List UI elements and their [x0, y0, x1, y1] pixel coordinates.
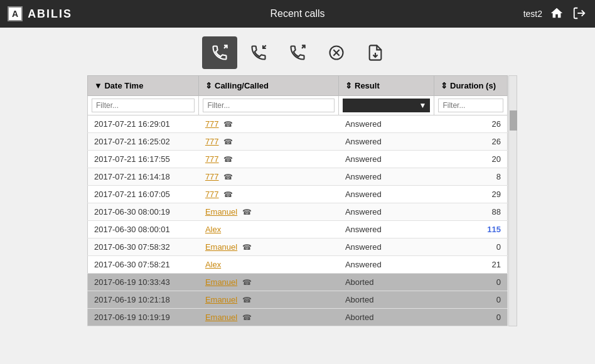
cell-calling: 777 ☎ — [199, 151, 339, 168]
home-button[interactable] — [549, 5, 565, 23]
table-row[interactable]: 2017-07-21 16:29:01777 ☎Answered26 — [88, 115, 508, 133]
calling-link[interactable]: Emanuel — [205, 242, 237, 252]
table-row[interactable]: 2017-06-30 07:58:32Emanuel ☎Answered0 — [88, 238, 508, 256]
table-row[interactable]: 2017-06-19 10:33:43Emanuel ☎Aborted0 — [88, 274, 508, 291]
calling-link[interactable]: 777 — [205, 154, 219, 164]
cell-calling: Alex — [199, 256, 339, 274]
cell-result: Answered — [339, 115, 434, 133]
cell-result: Answered — [339, 256, 434, 274]
phone-icon: ☎ — [222, 173, 233, 181]
phone-icon: ☎ — [240, 296, 251, 304]
cell-duration: 21 — [434, 256, 508, 274]
cell-result: Answered — [339, 168, 434, 186]
cell-duration: 0 — [434, 274, 508, 291]
sort-icon-result: ⇕ — [345, 81, 355, 90]
missed-calls-button[interactable] — [319, 36, 354, 69]
scrollbar[interactable] — [508, 75, 517, 326]
table-row[interactable]: 2017-07-21 16:14:18777 ☎Answered8 — [88, 168, 508, 186]
col-header-duration[interactable]: ⇕ Duration (s) — [434, 76, 508, 96]
cell-result: Aborted — [339, 291, 434, 309]
filter-datetime-input[interactable] — [92, 99, 195, 112]
cell-datetime: 2017-06-30 08:00:01 — [88, 221, 199, 238]
app-header: A ABILIS Recent calls test2 — [0, 0, 595, 28]
cell-datetime: 2017-06-30 08:00:19 — [88, 203, 199, 221]
cell-datetime: 2017-06-30 07:58:32 — [88, 238, 199, 256]
cell-datetime: 2017-06-19 10:19:19 — [88, 309, 199, 326]
calling-link[interactable]: Emanuel — [205, 207, 237, 217]
cell-duration: 26 — [434, 115, 508, 133]
cell-datetime: 2017-07-21 16:14:18 — [88, 168, 199, 186]
calls-table: ▼ Date Time ⇕ Calling/Called ⇕ Result ⇕ … — [87, 75, 508, 326]
cell-duration: 8 — [434, 168, 508, 186]
cell-duration: 0 — [434, 309, 508, 326]
phone-icon: ☎ — [222, 120, 233, 129]
cell-calling: Emanuel ☎ — [199, 203, 339, 221]
calling-link[interactable]: Alex — [205, 225, 221, 234]
phone-icon: ☎ — [240, 278, 251, 287]
incoming-calls-button[interactable] — [241, 36, 276, 69]
cell-datetime: 2017-07-21 16:17:55 — [88, 151, 199, 168]
sort-icon-datetime: ▼ — [94, 81, 104, 90]
table-row[interactable]: 2017-07-21 16:17:55777 ☎Answered20 — [88, 151, 508, 168]
cell-datetime: 2017-06-19 10:21:18 — [88, 291, 199, 309]
logout-button[interactable] — [571, 5, 587, 23]
phone-icon: ☎ — [222, 155, 233, 164]
username: test2 — [523, 9, 542, 19]
table-row[interactable]: 2017-06-30 08:00:01AlexAnswered115 — [88, 221, 508, 238]
cell-result: Answered — [339, 133, 434, 151]
cell-duration: 29 — [434, 186, 508, 203]
cell-datetime: 2017-06-19 10:33:43 — [88, 274, 199, 291]
col-header-datetime[interactable]: ▼ Date Time — [88, 76, 199, 96]
result-filter-dropdown[interactable]: ▼ — [343, 99, 430, 112]
table-row[interactable]: 2017-06-30 08:00:19Emanuel ☎Answered88 — [88, 203, 508, 221]
table-row[interactable]: 2017-07-21 16:07:05777 ☎Answered29 — [88, 186, 508, 203]
export-button[interactable] — [358, 36, 393, 69]
phone-icon: ☎ — [240, 208, 251, 217]
calling-link[interactable]: 777 — [205, 137, 219, 146]
cell-duration: 115 — [434, 221, 508, 238]
scroll-thumb[interactable] — [510, 110, 517, 131]
cell-calling: 777 ☎ — [199, 186, 339, 203]
dropdown-arrow-icon: ▼ — [419, 101, 427, 110]
table-row[interactable]: 2017-07-21 16:25:02777 ☎Answered26 — [88, 133, 508, 151]
col-header-calling[interactable]: ⇕ Calling/Called — [199, 76, 339, 96]
cell-result: Answered — [339, 203, 434, 221]
logo-area: A ABILIS — [8, 6, 72, 21]
brand-name: ABILIS — [28, 8, 72, 21]
phone-icon: ☎ — [222, 137, 233, 146]
calling-link[interactable]: Emanuel — [205, 313, 237, 322]
cell-result: Answered — [339, 221, 434, 238]
cell-duration: 26 — [434, 133, 508, 151]
phone-icon: ☎ — [222, 190, 233, 199]
calling-link[interactable]: Emanuel — [205, 277, 237, 287]
calling-link[interactable]: 777 — [205, 190, 219, 199]
col-header-result[interactable]: ⇕ Result — [339, 76, 434, 96]
filter-result-cell[interactable]: ▼ — [339, 96, 434, 115]
calling-link[interactable]: Emanuel — [205, 295, 237, 304]
calling-link[interactable]: 777 — [205, 119, 219, 129]
table-wrapper: ▼ Date Time ⇕ Calling/Called ⇕ Result ⇕ … — [87, 75, 508, 326]
table-row[interactable]: 2017-06-30 07:58:21AlexAnswered21 — [88, 256, 508, 274]
filter-calling-cell — [199, 96, 339, 115]
table-filter-row: ▼ — [88, 96, 508, 115]
table-area: ▼ Date Time ⇕ Calling/Called ⇕ Result ⇕ … — [0, 75, 595, 326]
cell-result: Answered — [339, 238, 434, 256]
outgoing-calls-button[interactable] — [280, 36, 315, 69]
cell-datetime: 2017-06-30 07:58:21 — [88, 256, 199, 274]
cell-result: Aborted — [339, 274, 434, 291]
filter-calling-input[interactable] — [203, 99, 335, 112]
table-header-row: ▼ Date Time ⇕ Calling/Called ⇕ Result ⇕ … — [88, 76, 508, 96]
cell-datetime: 2017-07-21 16:29:01 — [88, 115, 199, 133]
cell-calling: Emanuel ☎ — [199, 291, 339, 309]
cell-duration: 20 — [434, 151, 508, 168]
table-row[interactable]: 2017-06-19 10:19:19Emanuel ☎Aborted0 — [88, 309, 508, 326]
calling-link[interactable]: 777 — [205, 172, 219, 181]
cell-result: Aborted — [339, 309, 434, 326]
table-row[interactable]: 2017-06-19 10:21:18Emanuel ☎Aborted0 — [88, 291, 508, 309]
call-filter-toolbar — [0, 28, 595, 75]
filter-duration-input[interactable] — [438, 99, 503, 112]
all-calls-button[interactable] — [202, 36, 237, 69]
calling-link[interactable]: Alex — [205, 260, 221, 269]
cell-result: Answered — [339, 151, 434, 168]
sort-icon-calling: ⇕ — [205, 81, 215, 90]
